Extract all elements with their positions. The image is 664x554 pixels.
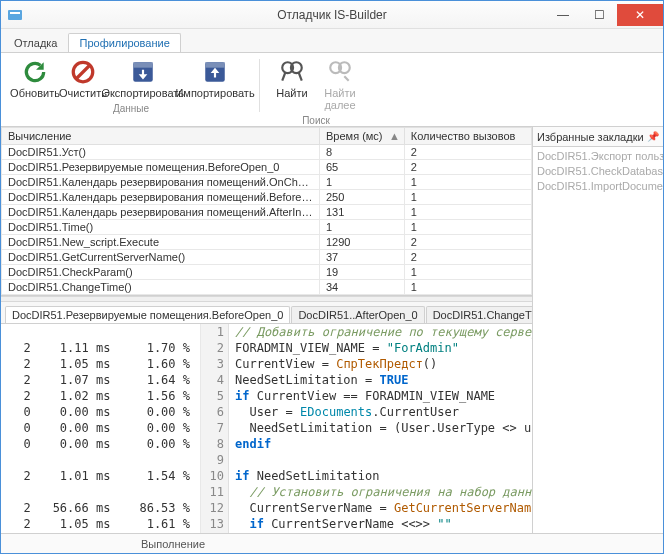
group-data-label: Данные [113, 103, 149, 114]
bookmark-item[interactable]: DocDIR51.ImportDocumentT [537, 179, 659, 194]
bookmark-item[interactable]: DocDIR51.CheckDatabaseDoc [537, 164, 659, 179]
profile-columns: 21.11 ms1.70 %21.05 ms1.60 %21.07 ms1.64… [1, 324, 201, 533]
export-button[interactable]: Экспортировать [107, 57, 179, 101]
find-next-button[interactable]: Найти далее [316, 57, 364, 113]
find-icon [279, 59, 305, 85]
find-button[interactable]: Найти [268, 57, 316, 113]
tab-debug[interactable]: Отладка [3, 33, 68, 52]
table-row[interactable]: DocDIR51.Резервируемые помещения.BeforeO… [2, 160, 532, 175]
col-time[interactable]: Время (мс)▲ [320, 128, 405, 145]
bookmarks-panel: Избранные закладки 📌 DocDIR51.Экспорт по… [533, 127, 663, 533]
refresh-icon [22, 59, 48, 85]
table-row[interactable]: DocDIR51.ChangeTime()341 [2, 280, 532, 295]
col-calls[interactable]: Количество вызовов [404, 128, 531, 145]
table-row[interactable]: DocDIR51.Time()11 [2, 220, 532, 235]
code-tab-2[interactable]: DocDIR51.ChangeTime() [426, 306, 532, 323]
group-search-label: Поиск [302, 115, 330, 126]
table-row[interactable]: DocDIR51.Календарь резервирования помеще… [2, 175, 532, 190]
find-next-icon [327, 59, 353, 85]
minimize-button[interactable]: — [545, 4, 581, 26]
code-editor[interactable]: 21.11 ms1.70 %21.05 ms1.60 %21.07 ms1.64… [1, 324, 532, 533]
clear-button[interactable]: Очистить [59, 57, 107, 101]
svg-line-10 [282, 72, 285, 81]
code-tab-0[interactable]: DocDIR51.Резервируемые помещения.BeforeO… [5, 306, 290, 323]
table-row[interactable]: DocDIR51.New_script.Execute12902 [2, 235, 532, 250]
tab-profile[interactable]: Профилирование [68, 33, 180, 52]
svg-rect-7 [205, 62, 225, 67]
bookmark-list[interactable]: DocDIR51.Экспорт пользоваDocDIR51.CheckD… [533, 147, 663, 196]
code-tab-1[interactable]: DocDIR51..AfterOpen_0 [291, 306, 424, 323]
ribbon-separator [259, 59, 260, 112]
svg-line-11 [299, 72, 302, 81]
pin-icon[interactable]: 📌 [647, 131, 659, 142]
svg-rect-1 [10, 12, 20, 14]
svg-line-3 [77, 66, 90, 79]
statusbar: Выполнение [1, 533, 663, 553]
import-button[interactable]: Импортировать [179, 57, 251, 101]
svg-rect-5 [133, 62, 153, 67]
profile-grid[interactable]: Вычисление Время (мс)▲ Количество вызово… [1, 127, 532, 296]
svg-rect-0 [8, 10, 22, 20]
maximize-button[interactable]: ☐ [581, 4, 617, 26]
export-icon [130, 59, 156, 85]
app-icon [7, 7, 23, 23]
clear-icon [70, 59, 96, 85]
line-gutter: 12345678910111213141516 [201, 324, 229, 533]
table-row[interactable]: DocDIR51.GetCurrentServerName()372 [2, 250, 532, 265]
code-lines: // Добавить ограничение по текущему серв… [229, 324, 532, 533]
ribbon-tabs: Отладка Профилирование [1, 29, 663, 53]
table-row[interactable]: DocDIR51.Уст()82 [2, 145, 532, 160]
table-row[interactable]: DocDIR51.Календарь резервирования помеще… [2, 205, 532, 220]
ribbon: Обновить Очистить Экспортировать Импорти… [1, 53, 663, 127]
bookmarks-title: Избранные закладки [537, 131, 644, 143]
titlebar: Отладчик IS-Builder — ☐ ✕ [1, 1, 663, 29]
bookmark-item[interactable]: DocDIR51.Экспорт пользова [537, 149, 659, 164]
close-button[interactable]: ✕ [617, 4, 663, 26]
import-icon [202, 59, 228, 85]
status-text: Выполнение [141, 538, 205, 550]
table-row[interactable]: DocDIR51.CheckParam()191 [2, 265, 532, 280]
table-row[interactable]: DocDIR51.Календарь резервирования помеще… [2, 190, 532, 205]
col-calc[interactable]: Вычисление [2, 128, 320, 145]
code-tabs: DocDIR51.Резервируемые помещения.BeforeO… [1, 302, 532, 324]
refresh-button[interactable]: Обновить [11, 57, 59, 101]
